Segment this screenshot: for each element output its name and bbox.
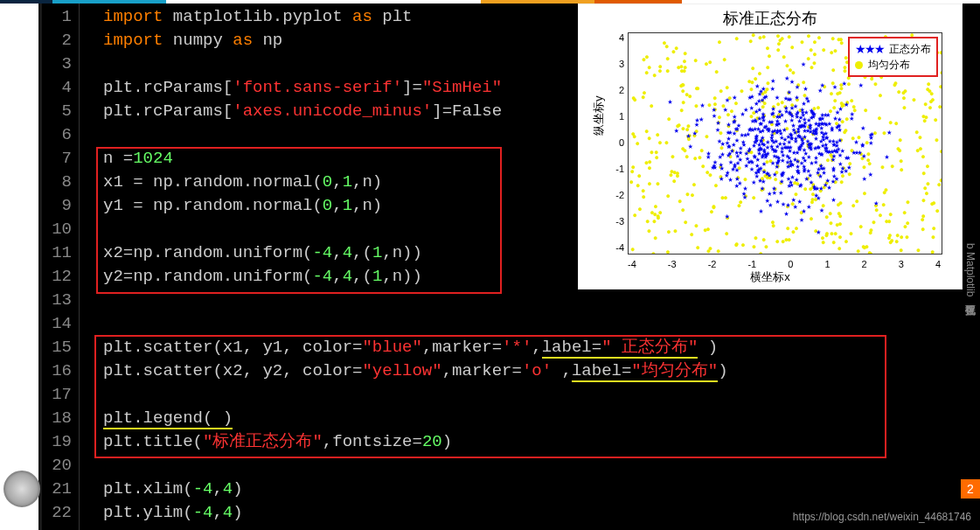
chart-legend: ★★★正态分布 均匀分布 [848,37,938,77]
page-number-badge: 2 [961,479,980,499]
legend-label-uniform: 均匀分布 [868,58,910,73]
chart-xlabel: 横坐标x [579,269,962,285]
plot-area: ●●●●●●●●●●●●●●●●●●●●●●●●●●●●●●●●●●●●●●●●… [628,32,942,255]
sidebar-vertical-text: b Matplotlib数据可视化 [963,243,977,296]
university-logo [3,471,40,507]
x-ticks: -4-3-2-101234 [628,259,941,269]
legend-label-normal: 正态分布 [889,42,931,57]
y-ticks: 43210-1-2-3-4 [605,32,624,253]
chart-title: 标准正态分布 [579,4,962,29]
star-icon: ★★★ [855,42,884,56]
scatter-chart: 标准正态分布 纵坐标y ●●●●●●●●●●●●●●●●●●●●●●●●●●●●… [578,3,963,289]
watermark-url: https://blog.csdn.net/weixin_44681746 [793,511,971,523]
circle-icon [855,61,863,69]
line-number-gutter: 12345678910111213141516171819202122 [42,3,80,530]
